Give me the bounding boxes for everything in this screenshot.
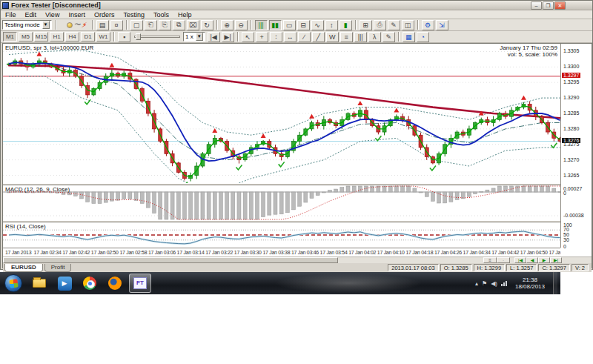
timeframe-h1[interactable]: H1: [50, 32, 64, 42]
rsi-chart-svg[interactable]: [3, 222, 560, 248]
macd-bar: [140, 192, 144, 203]
menu-file[interactable]: File: [1, 11, 21, 19]
slider-thumb[interactable]: [136, 33, 141, 40]
taskbar-app-media-player[interactable]: ▶: [53, 274, 76, 293]
scroll-last-button[interactable]: ▶|: [550, 257, 562, 263]
fibo-icon[interactable]: ≡: [340, 32, 353, 42]
duplicate-chart-icon[interactable]: ⧉: [173, 20, 185, 30]
chart-tab-profit[interactable]: Profit: [44, 264, 72, 272]
menu-view[interactable]: View: [41, 11, 64, 19]
vertical-scale-icon[interactable]: ↕: [325, 20, 338, 30]
save-template-icon[interactable]: ⎙: [374, 20, 386, 30]
scroll-first-button[interactable]: |◀: [514, 257, 526, 263]
restore-button[interactable]: ❐: [543, 1, 554, 10]
macd-bar: [413, 188, 417, 192]
themes-icon[interactable]: ◔: [417, 32, 429, 42]
speed-select[interactable]: 1 x ▼: [183, 32, 205, 42]
start-button[interactable]: [4, 274, 22, 292]
rsi-pane[interactable]: RSI (14, Close): [3, 222, 560, 248]
dot-line-icon[interactable]: ∶: [270, 32, 282, 42]
zoom-in-icon[interactable]: ⊕: [221, 20, 233, 30]
menu-insert[interactable]: Insert: [64, 11, 90, 19]
save-chart-icon[interactable]: ⎘: [159, 20, 171, 30]
cursor-icon[interactable]: ↖: [242, 32, 254, 42]
open-chart-icon[interactable]: ⎗: [145, 20, 157, 30]
new-chart-icon[interactable]: ▢: [130, 20, 143, 30]
vline-tool-icon[interactable]: |||: [354, 32, 367, 42]
menu-tools[interactable]: Tools: [149, 11, 173, 19]
close-chart-icon[interactable]: ⌧: [187, 20, 199, 30]
taskbar-app-firefox[interactable]: [104, 274, 126, 293]
settings-icon[interactable]: ⚙: [422, 20, 434, 30]
menu-edit[interactable]: Edit: [21, 11, 42, 19]
menubar: FileEditViewInsertOrdersTestingToolsHelp: [1, 10, 592, 19]
clock[interactable]: 21:38 18/08/2013: [511, 277, 549, 290]
crosshair-icon[interactable]: +: [256, 32, 268, 42]
timeframe-m1[interactable]: M1: [3, 32, 17, 42]
timeframe-d1[interactable]: D1: [81, 32, 95, 42]
deposit-icon[interactable]: ▤: [96, 20, 109, 30]
timeframe-m15[interactable]: M15: [34, 32, 48, 42]
scroll-option-button[interactable]: ·: [497, 257, 510, 263]
timeframe-m5[interactable]: M5: [19, 32, 33, 42]
taskbar-app-forex-tester[interactable]: FT: [129, 274, 151, 293]
price-tick-label: 1.3295: [563, 79, 579, 85]
line-chart-icon[interactable]: ∿: [311, 20, 324, 30]
ray-icon[interactable]: ╱: [312, 32, 325, 42]
chevron-down-icon[interactable]: ▼: [196, 33, 203, 41]
pause-icon[interactable]: ▮: [339, 20, 352, 30]
scroll-forward-button[interactable]: ▶: [538, 257, 550, 263]
hline-tool-icon[interactable]: ↔: [284, 32, 296, 42]
exit-icon[interactable]: ⇲: [436, 20, 448, 30]
price-pane[interactable]: EURUSD, spr 3, lot=100000 EUR January 17…: [3, 44, 560, 183]
macd-chart-svg[interactable]: [3, 185, 560, 220]
money-icon[interactable]: ¤: [110, 20, 123, 30]
step-forward-icon[interactable]: ▶|: [222, 32, 234, 42]
scrollbar-thumb[interactable]: [3, 257, 338, 263]
rectangle-mode-icon[interactable]: ▭: [283, 20, 296, 30]
chevron-down-icon[interactable]: ▼: [42, 21, 50, 29]
minimize-button[interactable]: –: [531, 1, 542, 10]
windows-icon[interactable]: ◫: [402, 20, 414, 30]
bars-mode-icon[interactable]: |||: [255, 20, 268, 30]
frame-mode-icon[interactable]: ⊟: [297, 20, 310, 30]
price-chart-svg[interactable]: [3, 44, 560, 183]
taskbar-app-explorer[interactable]: [28, 274, 50, 293]
folder-icon: [33, 279, 46, 288]
trendline-icon[interactable]: ∕: [298, 32, 311, 42]
chart-window: EURUSD, spr 3, lot=100000 EUR January 17…: [2, 43, 592, 268]
candles-mode-icon[interactable]: ▮▮: [269, 20, 282, 30]
refresh-chart-icon[interactable]: ↻: [201, 20, 213, 30]
timeframe-h4[interactable]: H4: [65, 32, 79, 42]
menu-testing[interactable]: Testing: [119, 11, 149, 19]
macd-pane[interactable]: MACD (12, 26, 9, Close): [3, 185, 560, 220]
scroll-option-button[interactable]: ≡: [483, 257, 497, 263]
chart-shift-icon[interactable]: ▪: [118, 32, 130, 42]
chart-tab-eurusd[interactable]: EURUSD: [4, 264, 43, 272]
new-window-icon[interactable]: ⊞: [360, 20, 372, 30]
titlebar[interactable]: Forex Tester [Disconnected] – ❐ ✕: [1, 1, 592, 10]
grid-colored-icon[interactable]: ▦: [402, 32, 415, 42]
taskbar-app-chrome[interactable]: [79, 274, 101, 293]
testing-mode-select[interactable]: Testing mode ▼: [2, 20, 52, 30]
action-center-icon[interactable]: ⚑: [482, 280, 487, 287]
tool-group: |◀▶|↖+∶↔∕╱W≡|||λ✎▦◔: [207, 32, 430, 42]
text-tool-icon[interactable]: W: [326, 32, 339, 42]
step-back-icon[interactable]: |◀: [208, 32, 220, 42]
network-icon[interactable]: [501, 281, 507, 286]
time-label: 17 Jan 04:50: [520, 250, 548, 255]
volume-icon[interactable]: ◀): [491, 280, 497, 287]
zoom-out-icon[interactable]: ⊖: [235, 20, 248, 30]
show-desktop-button[interactable]: [553, 272, 557, 294]
speed-slider[interactable]: [134, 33, 180, 40]
menu-orders[interactable]: Orders: [90, 11, 119, 19]
close-button[interactable]: ✕: [554, 1, 566, 10]
brush-icon[interactable]: ✎: [388, 20, 400, 30]
chart-scrollbar[interactable]: ≡ · |◀◀▶▶|: [3, 257, 592, 263]
paint-icon[interactable]: ✎: [382, 32, 395, 42]
menu-help[interactable]: Help: [173, 11, 196, 19]
timeframe-w1[interactable]: W1: [96, 32, 110, 42]
indicator-icon[interactable]: λ: [368, 32, 381, 42]
tray-expand-icon[interactable]: ▴: [475, 280, 478, 287]
scroll-back-button[interactable]: ◀: [526, 257, 538, 263]
